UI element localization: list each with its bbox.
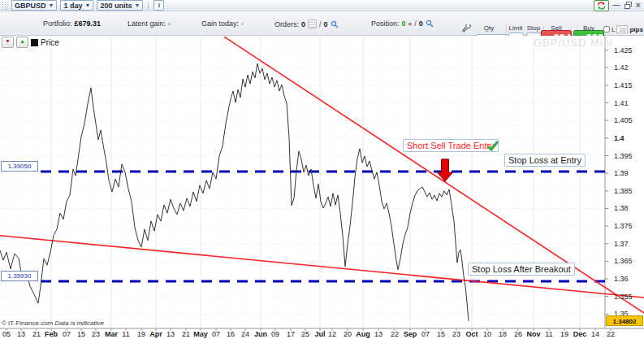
- account-bar: Portfolio: £679.31 Latent gain: - Gain t…: [0, 11, 644, 36]
- orders-label: Orders:: [274, 20, 299, 28]
- orders-summary: Orders: 0 / 0: [274, 20, 339, 28]
- gain-today-label: Gain today:: [201, 20, 239, 28]
- x-axis-label: 16: [227, 330, 235, 338]
- x-axis-label: Sep: [404, 330, 417, 338]
- limit-pips-checkbox[interactable]: [603, 26, 610, 33]
- x-axis-label: 26: [514, 330, 522, 338]
- position-label: Position:: [371, 20, 400, 28]
- data-indicative-note: Data is indicative: [54, 319, 103, 327]
- position-open-count: 0: [402, 20, 406, 28]
- position-summary: Position: 0 × / 0: [371, 20, 434, 28]
- x-axis-label: Aug: [356, 330, 370, 338]
- drag-handle-icon[interactable]: [2, 1, 8, 10]
- x-axis-label: May: [193, 330, 208, 338]
- units-select[interactable]: 200 units ▼: [97, 0, 143, 11]
- close-button[interactable]: ×: [636, 1, 641, 10]
- chevron-down-icon: ▼: [134, 2, 140, 8]
- chevron-down-icon: ▼: [84, 2, 90, 8]
- x-axis-label: Jun: [254, 330, 267, 338]
- x-axis-label: 23: [452, 330, 460, 338]
- magnifier-icon[interactable]: [331, 20, 339, 28]
- x-axis-label: 15: [437, 330, 445, 338]
- units-label: 200 units: [100, 2, 132, 10]
- x-axis-label: 22: [607, 330, 615, 338]
- slash: /: [319, 20, 322, 28]
- info-button[interactable]: i: [153, 0, 164, 11]
- orders-open-count: 0: [301, 20, 305, 28]
- x-axis-label: 07: [212, 330, 220, 338]
- copyright-note: © IT-Finance.com Data is indicative: [2, 319, 104, 327]
- portfolio-value: £679.31: [75, 20, 102, 28]
- chart-legend: ▼ ▲ Price: [2, 37, 59, 48]
- wrench-icon[interactable]: [462, 24, 472, 33]
- x-axis-label: 10: [483, 330, 491, 338]
- x-axis-label: Mar: [105, 330, 118, 338]
- price-level-tag[interactable]: 1.35930: [1, 271, 38, 281]
- x-axis-label: Apr: [149, 330, 162, 338]
- x-axis-label: 20: [344, 330, 352, 338]
- x-axis-label: 12: [328, 330, 336, 338]
- orders-list-icon[interactable]: [308, 20, 317, 28]
- gain-today: Gain today: -: [201, 20, 244, 28]
- qty-label: Qty: [475, 24, 503, 32]
- restore-button[interactable]: [625, 2, 632, 9]
- x-axis-label: 11: [545, 330, 552, 338]
- x-axis-label: Feb: [45, 330, 58, 338]
- x-axis-label: 13: [17, 330, 25, 338]
- x-axis-label: 09: [271, 330, 279, 338]
- x-axis-label: 25: [301, 330, 309, 338]
- divider: [148, 2, 149, 10]
- close-position-icon[interactable]: ×: [408, 20, 413, 28]
- instrument-select[interactable]: GBPUSD ▼: [11, 0, 57, 11]
- buy-marker-button[interactable]: ▲: [16, 37, 28, 48]
- x-axis-label: 14: [591, 330, 599, 338]
- x-axis-label: 11: [122, 330, 129, 338]
- latent-gain-value: -: [168, 20, 171, 28]
- price-series-label: Price: [41, 38, 59, 47]
- x-axis-label: 21: [32, 330, 41, 338]
- info-icon: i: [158, 2, 160, 9]
- sell-marker-button[interactable]: ▼: [2, 37, 14, 48]
- x-axis-label: 19: [137, 330, 145, 338]
- price-chart[interactable]: ▼ ▲ Price GBP/USD Mini 1.4251.421.4151.4…: [0, 36, 644, 339]
- x-axis-label: 23: [92, 330, 100, 338]
- refresh-icon: [596, 2, 607, 10]
- price-series-swatch: [31, 39, 38, 46]
- instrument-label: GBPUSD: [15, 2, 46, 10]
- gain-today-value: -: [241, 20, 244, 28]
- annotation-stop-loss-breakout[interactable]: Stop Loss After Breakout: [468, 263, 575, 276]
- timeframe-select[interactable]: 1 day ▼: [60, 0, 93, 11]
- latent-gain-label: Latent gain:: [128, 20, 166, 28]
- pips-unit-label: pips: [629, 26, 642, 33]
- refresh-button[interactable]: [594, 0, 609, 11]
- stop-label: Stop: [525, 24, 542, 32]
- limit-label: Limit: [507, 24, 525, 32]
- annotation-stop-loss-entry[interactable]: Stop Loss at Entry: [504, 154, 586, 167]
- orders-pending-count: 0: [324, 20, 328, 28]
- minimize-icon: —: [613, 2, 620, 9]
- portfolio-summary: Portfolio: £679.31: [43, 20, 101, 28]
- copyright-source: © IT-Finance.com: [2, 319, 53, 327]
- x-axis-label: 24: [241, 330, 249, 338]
- portfolio-label: Portfolio:: [43, 20, 72, 28]
- title-bar: GBPUSD ▼ 1 day ▼ 200 units ▼ i —: [0, 0, 644, 11]
- restore-icon: [625, 2, 632, 9]
- price-level-tag[interactable]: 1.39050: [1, 161, 38, 172]
- minimize-button[interactable]: —: [613, 2, 620, 9]
- x-axis: 051321Feb071523Mar1119Apr1321May071624Ju…: [0, 36, 644, 339]
- magnifier-icon[interactable]: [426, 20, 434, 28]
- checkmark-icon: [486, 140, 499, 154]
- x-axis-label: 05: [2, 330, 11, 338]
- limit-pips-row: L pips: [603, 25, 644, 33]
- chevron-down-icon: ▼: [49, 2, 54, 8]
- x-axis-label: 18: [499, 330, 507, 338]
- annotation-short-sell-entry[interactable]: Short Sell Trade Entry: [403, 139, 499, 152]
- slash: /: [414, 20, 417, 28]
- limit-pips-input[interactable]: [616, 25, 628, 33]
- position-pending-count: 0: [419, 20, 423, 28]
- close-icon: ×: [636, 1, 641, 10]
- x-axis-label: 17: [287, 330, 295, 338]
- x-axis-label: Dec: [573, 330, 587, 338]
- x-axis-label: 15: [77, 330, 85, 338]
- x-axis-label: 21: [182, 330, 190, 338]
